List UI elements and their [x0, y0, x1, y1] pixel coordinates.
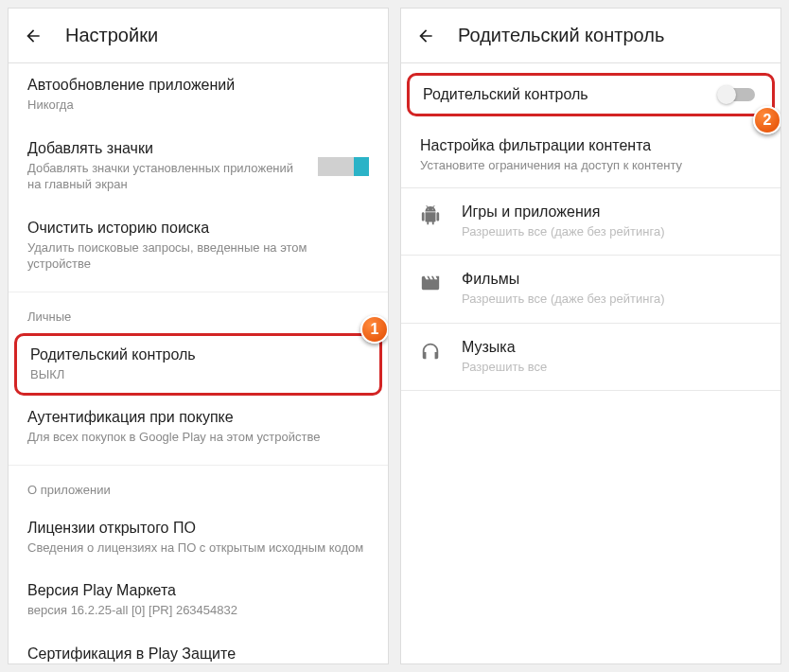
parental-control-toggle-row[interactable]: Родительский контроль 2 — [407, 73, 775, 116]
callout-1: 1 — [360, 315, 388, 344]
item-title: Версия Play Маркета — [27, 582, 369, 599]
item-sub: ВЫКЛ — [30, 366, 366, 383]
item-parental-control[interactable]: Родительский контроль ВЫКЛ 1 — [14, 333, 382, 397]
back-arrow-icon[interactable] — [416, 27, 435, 45]
item-sub: Удалить поисковые запросы, введенные на … — [27, 239, 369, 273]
headphones-icon — [420, 341, 441, 362]
topbar: Настройки — [9, 9, 388, 63]
parental-control-screen: Родительский контроль Родительский контр… — [400, 8, 781, 664]
item-clear-history[interactable]: Очистить историю поиска Удалить поисковы… — [9, 206, 388, 286]
category-music[interactable]: Музыка Разрешить все — [401, 324, 780, 391]
item-sub: Добавлять значки установленных приложени… — [27, 160, 308, 193]
item-autoupdate[interactable]: Автообновление приложений Никогда — [9, 63, 388, 127]
item-sub: Сведения о лицензиях на ПО с открытым ис… — [27, 539, 369, 557]
page-title: Настройки — [65, 25, 158, 46]
parental-list: Родительский контроль 2 Настройка фильтр… — [401, 63, 780, 663]
item-sub: Разрешить все — [462, 359, 547, 376]
section-personal: Личные — [9, 292, 388, 333]
item-sub: Разрешить все (даже без рейтинга) — [462, 223, 665, 240]
item-title: Настройка фильтрации контента — [420, 137, 762, 154]
item-title: Игры и приложения — [462, 203, 665, 221]
item-sub: Для всех покупок в Google Play на этом у… — [27, 429, 369, 446]
page-title: Родительский контроль — [458, 25, 664, 46]
section-about: О приложении — [9, 465, 388, 506]
parental-control-switch[interactable] — [717, 86, 759, 103]
movie-icon — [420, 273, 441, 293]
item-title: Автообновление приложений — [27, 77, 369, 94]
settings-list: Автообновление приложений Никогда Добавл… — [9, 63, 388, 663]
topbar: Родительский контроль — [401, 9, 780, 63]
item-sub: Никогда — [27, 97, 369, 114]
check-icon: | — [363, 158, 366, 171]
item-title: Родительский контроль — [423, 86, 588, 103]
item-title: Фильмы — [462, 271, 665, 288]
item-sub: версия 16.2.25-all [0] [PR] 263454832 — [27, 602, 369, 619]
category-games-apps[interactable]: Игры и приложения Разрешить все (даже бе… — [401, 188, 780, 256]
item-title: Музыка — [462, 339, 547, 356]
item-title: Родительский контроль — [30, 346, 366, 363]
item-sub: Установите ограничения на доступ к конте… — [420, 157, 762, 174]
back-arrow-icon[interactable] — [24, 27, 43, 45]
item-add-icons[interactable]: Добавлять значки Добавлять значки устано… — [9, 127, 388, 206]
content-filter-heading: Настройка фильтрации контента Установите… — [401, 116, 780, 187]
item-play-version[interactable]: Версия Play Маркета версия 16.2.25-all [… — [9, 569, 388, 632]
item-title: Аутентификация при покупке — [27, 409, 369, 426]
item-sub: Разрешить все (даже без рейтинга) — [462, 291, 665, 308]
item-title: Лицензии открытого ПО — [27, 520, 369, 537]
item-open-source-licenses[interactable]: Лицензии открытого ПО Сведения о лицензи… — [9, 506, 388, 570]
category-movies[interactable]: Фильмы Разрешить все (даже без рейтинга) — [401, 256, 780, 323]
item-title: Добавлять значки — [27, 140, 308, 157]
item-play-protect-cert[interactable]: Сертификация в Play Защите — [9, 632, 388, 663]
add-icons-checkbox[interactable]: | — [318, 157, 369, 176]
item-title: Очистить историю поиска — [27, 220, 369, 237]
android-icon — [420, 205, 441, 226]
item-purchase-auth[interactable]: Аутентификация при покупке Для всех поку… — [9, 396, 388, 459]
settings-screen: Настройки Автообновление приложений Нико… — [8, 8, 389, 664]
